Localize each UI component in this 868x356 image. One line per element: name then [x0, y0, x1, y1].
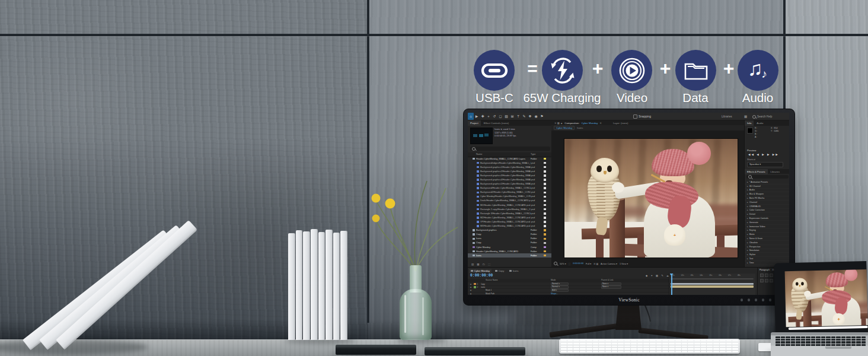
- shortcut-dropdown[interactable]: Spacebar ▾: [747, 162, 783, 167]
- project-row[interactable]: Background graphics3/Header-CyberMonday_…: [468, 173, 551, 177]
- workspace-icon[interactable]: ▦: [744, 115, 747, 118]
- project-row[interactable]: M2/Header-CyberMonday_SMALL_CONCARD.psd …: [468, 215, 551, 220]
- effects-category[interactable]: ▸ Keying: [745, 229, 789, 233]
- effects-category[interactable]: ▸ CINEMA 4D: [745, 205, 789, 209]
- tool-icon[interactable]: ⚑: [539, 113, 545, 120]
- project-row[interactable]: Deals/Header-CyberMonday_SMALL_CONCARD.p…: [468, 199, 551, 203]
- timeline-toggle-icons[interactable]: ◆ ✦ ▦ ✎ ☁: [646, 274, 670, 277]
- effects-category[interactable]: ▸ Expression Controls: [745, 217, 789, 221]
- effects-category[interactable]: ▸ Immersive Video: [745, 225, 789, 229]
- project-row[interactable]: Icons Folder: [468, 237, 551, 241]
- project-row[interactable]: Background graphics5/Header-CyberMonday_…: [468, 182, 551, 186]
- effects-category[interactable]: ▸ Noise & Grain: [745, 237, 789, 241]
- tool-icon[interactable]: ◉: [533, 113, 539, 120]
- effects-category[interactable]: ▸ Audio: [745, 189, 789, 193]
- timeline-tab-copy[interactable]: Copy: [493, 269, 506, 273]
- blend-mode-dropdown[interactable]: Add ▾: [551, 289, 569, 292]
- project-row[interactable]: Header-CyberMonday_SMALL_CONCARD Folder: [468, 249, 551, 253]
- work-area-bar[interactable]: [671, 278, 754, 280]
- effects-category[interactable]: ▸ Blur & Sharpen: [745, 192, 789, 196]
- project-row[interactable]: Icons Folder: [468, 253, 551, 258]
- project-row[interactable]: Background graphics Folder: [468, 228, 551, 233]
- close-icon[interactable]: ✕: [599, 122, 602, 125]
- subtab-icons[interactable]: Icons: [577, 126, 583, 129]
- tool-icon[interactable]: ⌂: [468, 113, 474, 120]
- project-row[interactable]: Cyber Monday Comp: [468, 245, 551, 249]
- viewport-timecode[interactable]: 0:00:00:00: [573, 262, 583, 265]
- subtab-cyber-monday[interactable]: Cyber Monday: [554, 126, 575, 130]
- property-value[interactable]: Shape...: [551, 293, 558, 295]
- composition-name[interactable]: Cyber Monday: [581, 122, 598, 125]
- monitor-control-button[interactable]: [755, 299, 757, 301]
- project-footer-icon[interactable]: ⬚: [488, 263, 490, 266]
- effects-category[interactable]: ▸ Matte: [745, 233, 789, 237]
- blend-mode-dropdown[interactable]: Normal ▾: [551, 285, 569, 288]
- effects-category[interactable]: ▸ 3D Channel: [745, 185, 789, 189]
- effects-category[interactable]: ▸ Text: [745, 257, 789, 261]
- tab-info[interactable]: Info: [745, 120, 754, 126]
- effects-category[interactable]: ▸ * Animation Presets: [745, 180, 789, 185]
- project-row[interactable]: Background2/Header-CyberMonday_SMALL_CON…: [468, 190, 551, 195]
- parent-link-dropdown[interactable]: None ▾: [601, 285, 621, 288]
- camera-select[interactable]: Active Camera ▾: [601, 262, 617, 265]
- project-row[interactable]: Rectangle 3/Header-CyberMonday_SMALL_CON…: [468, 211, 551, 215]
- project-row[interactable]: M1/Header-CyberMonday_SMALL_CONCARD.psd …: [468, 203, 551, 207]
- view-select[interactable]: 1 View ▾: [620, 262, 628, 265]
- project-row[interactable]: Background graphics1/Header-CyberMonday_…: [468, 165, 551, 169]
- layer-duration-bar[interactable]: [671, 283, 754, 285]
- project-footer-icon[interactable]: ▦: [477, 263, 479, 266]
- project-footer-icon[interactable]: ▤: [471, 263, 474, 266]
- project-row[interactable]: M3/Header-CyberMonday_SMALL_CONCARD.psd …: [468, 224, 551, 228]
- zoom-select[interactable]: 50% ▾: [560, 262, 566, 265]
- preview-transport-buttons[interactable]: ◀◀ ◀ ▶ ▶ ▶▶: [748, 153, 779, 156]
- project-row[interactable]: Header-CyberMonday_SMALL_CONCARD Layers …: [468, 157, 551, 161]
- effects-category[interactable]: ▸ Perspective: [745, 245, 789, 249]
- tab-libraries[interactable]: Libraries: [768, 170, 783, 173]
- visibility-icon[interactable]: ◉: [468, 286, 474, 288]
- project-row[interactable]: Background/Header-CyberMonday_SMALL_CONC…: [468, 186, 551, 190]
- monitor-control-button[interactable]: [762, 299, 764, 301]
- project-row[interactable]: Copy Folder: [468, 241, 551, 245]
- tool-icon[interactable]: ↺: [492, 113, 497, 120]
- tool-icon[interactable]: ▶: [474, 113, 480, 120]
- tool-icon[interactable]: ⌖: [486, 113, 492, 120]
- effects-category[interactable]: ▸ Color Correction: [745, 209, 789, 213]
- effects-category[interactable]: ▸ Simulation: [745, 249, 789, 253]
- libraries-label[interactable]: Libraries: [722, 115, 732, 118]
- current-timecode[interactable]: 0:00:00:00: [470, 274, 493, 278]
- monitor-control-button[interactable]: [748, 299, 750, 301]
- tool-icon[interactable]: T: [515, 113, 521, 120]
- search-help[interactable]: Search Help: [752, 115, 772, 119]
- tab-effects-presets[interactable]: Effects & Presets: [745, 169, 768, 174]
- visibility-icon[interactable]: ◉: [468, 289, 474, 291]
- effects-search-field[interactable]: [746, 175, 789, 179]
- effects-category[interactable]: ▸ Channel: [745, 201, 789, 205]
- project-row[interactable]: Background graphics4/Header-CyberMonday_…: [468, 177, 551, 182]
- project-footer-icon[interactable]: 🗀: [483, 263, 486, 266]
- tool-icon[interactable]: ✎: [521, 113, 527, 120]
- tool-icon[interactable]: ◻: [497, 113, 503, 120]
- snapping-checkbox[interactable]: [633, 115, 637, 119]
- effects-category[interactable]: ▸ Obsolete: [745, 241, 789, 245]
- effects-category[interactable]: ▸ Distort: [745, 212, 789, 217]
- tab-effect-controls[interactable]: Effect Controls (none): [481, 122, 512, 125]
- resolution-select[interactable]: Full ▾: [586, 262, 591, 265]
- timeline-ruler[interactable]: 01s02s03s04s05s06s07s08s: [669, 274, 755, 295]
- timeline-tab-icons[interactable]: Icons: [508, 269, 520, 273]
- project-row[interactable]: Background/edges/Header-CyberMonday_SMAL…: [468, 161, 551, 165]
- tab-audio[interactable]: Audio: [754, 122, 766, 125]
- monitor-control-button[interactable]: [741, 299, 743, 301]
- timeline-layer-row[interactable]: ◉ Mask Path Shape...: [468, 293, 669, 295]
- layer-duration-bar[interactable]: [671, 285, 754, 288]
- project-row[interactable]: Cyber Monday/Header-CyberMonday_SMALL_CO…: [468, 195, 551, 199]
- tool-icon[interactable]: ❖: [527, 113, 533, 120]
- project-row[interactable]: Copy Folder: [468, 233, 551, 237]
- timeline-tab-cyber-monday[interactable]: Cyber Monday: [469, 269, 492, 273]
- project-search-field[interactable]: [470, 147, 550, 151]
- effects-category[interactable]: ▸ Boris FX Mocha: [745, 196, 789, 201]
- project-row[interactable]: Background graphics2/Header-CyberMonday_…: [468, 169, 551, 173]
- playhead[interactable]: [671, 274, 672, 295]
- project-row[interactable]: Rectangle 2 copy/Header-CyberMonday_SMAL…: [468, 207, 551, 211]
- tool-icon[interactable]: ⊞: [509, 113, 515, 120]
- visibility-icon[interactable]: ◉: [468, 293, 474, 295]
